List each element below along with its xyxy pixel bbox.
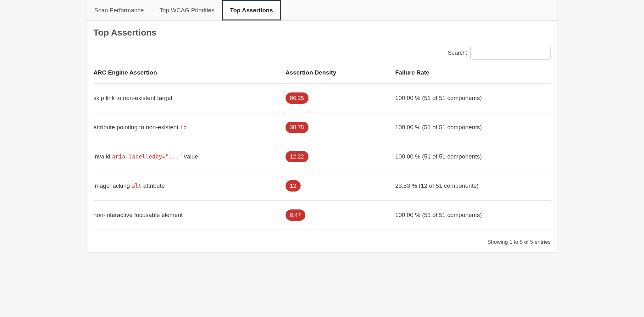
density-badge: 86.25 [286,92,308,104]
density-badge: 12 [286,180,301,192]
code-token: aria-labelledby="..." [112,153,182,160]
search-input[interactable] [470,46,551,60]
cell-density: 8.47 [286,201,395,230]
entries-info: Showing 1 to 5 of 5 entries [487,239,551,245]
page-title: Top Assertions [93,28,551,38]
cell-assertion: skip link to non-existent target [93,83,286,113]
assertions-panel: Scan Performance Top WCAG Priorities Top… [86,0,558,253]
table-row: non-interactive focusable element8.47100… [93,201,551,230]
cell-failure-rate: 100.00 % (51 of 51 components) [395,201,551,230]
code-token: alt [131,183,142,189]
panel-content: Top Assertions Search: ARC Engine Assert… [86,21,558,233]
tab-scan-performance[interactable]: Scan Performance [86,0,152,20]
cell-assertion: image lacking alt attribute [93,171,286,201]
code-token: id [180,124,187,131]
table-row: image lacking alt attribute1223.53 % (12… [93,171,551,201]
table-row: invalid aria-labelledby="..." value12.22… [93,142,551,171]
cell-failure-rate: 100.00 % (51 of 51 components) [395,83,551,113]
col-header-failure[interactable]: Failure Rate [395,65,551,83]
cell-density: 30.75 [286,113,395,142]
cell-failure-rate: 100.00 % (51 of 51 components) [395,113,551,142]
cell-assertion: invalid aria-labelledby="..." value [93,142,286,171]
density-badge: 8.47 [286,209,305,221]
table-row: skip link to non-existent target86.25100… [93,83,551,113]
cell-density: 86.25 [286,83,395,113]
cell-density: 12.22 [286,142,395,171]
cell-density: 12 [286,171,395,201]
col-header-assertion[interactable]: ARC Engine Assertion [93,65,286,83]
table-header-row: ARC Engine Assertion Assertion Density F… [93,65,551,83]
tab-top-wcag-priorities[interactable]: Top WCAG Priorities [152,0,222,20]
table-toolbar: Search: [93,46,551,60]
table-footer: Showing 1 to 5 of 5 entries [86,233,558,252]
tab-top-assertions[interactable]: Top Assertions [222,0,281,20]
table-row: attribute pointing to non-existent id30.… [93,113,551,142]
cell-failure-rate: 23.53 % (12 of 51 components) [395,171,551,201]
cell-assertion: non-interactive focusable element [93,201,286,230]
assertions-table: ARC Engine Assertion Assertion Density F… [93,65,551,230]
cell-failure-rate: 100.00 % (51 of 51 components) [395,142,551,171]
density-badge: 12.22 [286,151,308,162]
col-header-density[interactable]: Assertion Density [286,65,395,83]
cell-assertion: attribute pointing to non-existent id [93,113,286,142]
search-label: Search: [448,50,467,56]
tab-bar: Scan Performance Top WCAG Priorities Top… [86,0,558,21]
density-badge: 30.75 [286,122,308,133]
